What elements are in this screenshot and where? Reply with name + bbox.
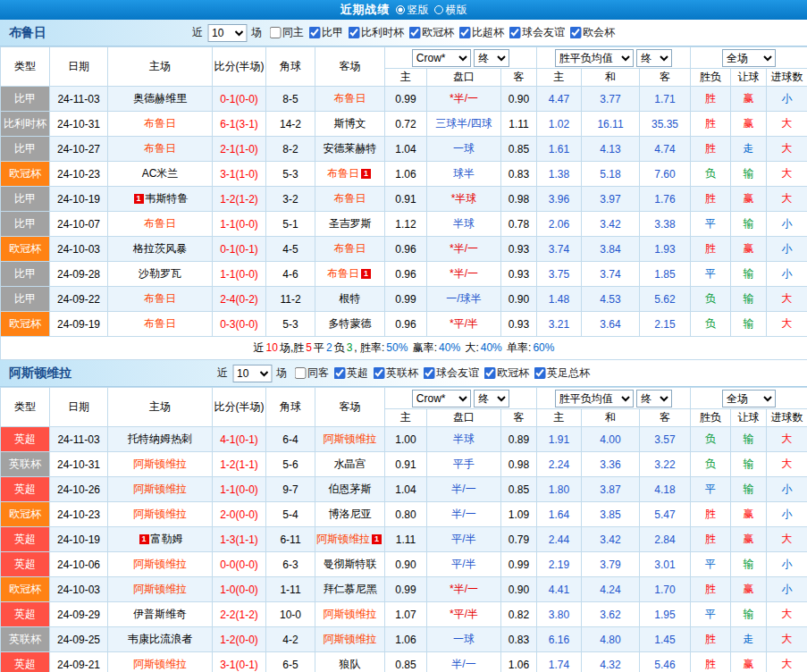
away-team-name[interactable]: 布鲁日 — [334, 92, 366, 105]
home-team-name[interactable]: 布鲁日 — [144, 142, 176, 155]
away-team-name[interactable]: 布鲁日 — [334, 192, 366, 205]
away-team-name[interactable]: 伯恩茅斯 — [329, 483, 372, 495]
final-euro-select[interactable]: 终 — [636, 390, 672, 407]
odds-provider-select[interactable]: Crow* — [412, 49, 471, 67]
league-filter-checkbox[interactable]: 球会友谊 — [509, 25, 565, 40]
away-team-name[interactable]: 布鲁日 — [334, 242, 366, 255]
asia-away-odds: 0.98 — [501, 452, 537, 477]
away-team-name[interactable]: 阿斯顿维拉 — [316, 533, 370, 545]
league-filter-checkbox[interactable]: 比超杯 — [458, 25, 504, 40]
checkbox-input[interactable] — [483, 367, 495, 379]
home-team-name[interactable]: 沙勒罗瓦 — [139, 267, 181, 280]
league-filter-checkbox[interactable]: 英超 — [333, 365, 368, 381]
red-card-badge: 1 — [372, 534, 382, 544]
away-team-name[interactable]: 多特蒙德 — [329, 317, 372, 330]
away-team-name[interactable]: 阿斯顿维拉 — [324, 608, 377, 620]
checkbox-input[interactable] — [509, 27, 520, 38]
home-team-name[interactable]: 伊普斯维奇 — [133, 608, 187, 620]
league-filter-checkbox[interactable]: 欧冠杯 — [408, 25, 454, 40]
checkbox-input[interactable] — [308, 27, 320, 38]
checkbox-input[interactable] — [294, 367, 306, 379]
away-team-name[interactable]: 安德莱赫特 — [324, 142, 377, 155]
league-filter-checkbox[interactable]: 欧会杯 — [569, 25, 615, 40]
layout-radio-vertical[interactable]: 竖版 — [396, 3, 429, 18]
result-wdl-cell: 胜 — [691, 652, 731, 672]
away-team-name[interactable]: 阿斯顿维拉 — [324, 433, 377, 445]
home-team-name[interactable]: 托特纳姆热刺 — [128, 433, 192, 445]
home-team-name[interactable]: 阿斯顿维拉 — [133, 508, 187, 520]
home-team-name[interactable]: AC米兰 — [142, 167, 179, 180]
home-team-name[interactable]: 阿斯顿维拉 — [133, 583, 187, 595]
final-odds-select[interactable]: 终 — [474, 49, 509, 67]
league-filter-checkbox[interactable]: 同客 — [294, 365, 329, 381]
away-team-name[interactable]: 拜仁慕尼黑 — [324, 583, 377, 595]
home-team-name[interactable]: 布鲁日 — [144, 292, 176, 305]
league-type-cell: 比利时杯 — [1, 112, 50, 137]
home-team-name[interactable]: 阿斯顿维拉 — [133, 558, 187, 570]
asia-home-odds: 0.91 — [385, 452, 427, 477]
league-filter-checkbox[interactable]: 同主 — [269, 25, 304, 40]
league-filter-checkbox[interactable]: 比甲 — [308, 25, 343, 40]
away-team-name[interactable]: 水晶宫 — [334, 458, 366, 470]
home-team-name[interactable]: 布鲁日 — [144, 117, 176, 130]
col-header-wdl: 胜负 — [691, 409, 731, 427]
recent-count-select[interactable]: 10 — [232, 365, 272, 382]
euro-mean-select[interactable]: 胜平负均值 — [555, 49, 634, 67]
match-row: 英超 24-10-19 1富勒姆 1-3(1-1) 6-11 阿斯顿维拉1 1.… — [1, 527, 807, 552]
fullmatch-select[interactable]: 全场 — [722, 390, 776, 407]
corner-cell: 3-2 — [266, 187, 315, 212]
home-team-name[interactable]: 韦康比流浪者 — [128, 633, 192, 645]
checkbox-input[interactable] — [348, 27, 359, 38]
checkbox-input[interactable] — [373, 367, 384, 379]
away-team-name[interactable]: 斯博文 — [334, 117, 366, 130]
away-team-name[interactable]: 布鲁日 — [327, 167, 359, 180]
league-filter-checkbox[interactable]: 欧冠杯 — [483, 365, 529, 381]
summary-segment: 50% — [386, 341, 408, 354]
checkbox-input[interactable] — [333, 367, 345, 379]
score-cell: 1-1(0-0) — [213, 212, 266, 237]
odds-provider-select[interactable]: Crow* — [412, 390, 471, 407]
league-filter-checkbox[interactable]: 英联杯 — [373, 365, 418, 381]
away-team-name[interactable]: 阿斯顿维拉 — [324, 633, 377, 645]
summary-segment: 单率: — [504, 341, 532, 354]
final-euro-select[interactable]: 终 — [636, 49, 672, 67]
league-filter-checkbox[interactable]: 英足总杯 — [534, 365, 590, 381]
home-team-name[interactable]: 阿斯顿维拉 — [133, 483, 187, 495]
result-goals-cell: 小 — [767, 552, 807, 577]
away-team-name[interactable]: 圣吉罗斯 — [329, 217, 372, 230]
asia-away-odds: 0.90 — [501, 87, 537, 112]
checkbox-input[interactable] — [423, 367, 434, 379]
home-team-name[interactable]: 阿斯顿维拉 — [133, 458, 187, 470]
euro-away-odds: 3.01 — [640, 552, 691, 577]
home-team-name[interactable]: 富勒姆 — [151, 533, 183, 545]
summary-segment: 40% — [439, 341, 460, 354]
league-filter-checkbox[interactable]: 球会友谊 — [423, 365, 479, 381]
checkbox-input[interactable] — [408, 27, 420, 38]
checkbox-input[interactable] — [458, 27, 470, 38]
home-team-name[interactable]: 奥德赫维里 — [133, 92, 187, 105]
match-row: 英联杯 24-09-25 韦康比流浪者 1-2(0-0) 4-2 阿斯顿维拉 1… — [1, 627, 807, 652]
recent-count-select[interactable]: 10 — [207, 24, 247, 42]
corner-cell: 6-4 — [266, 427, 315, 452]
fullmatch-select[interactable]: 全场 — [722, 49, 776, 67]
home-team-name[interactable]: 阿斯顿维拉 — [133, 658, 187, 670]
result-handicap-cell: 赢 — [731, 652, 767, 672]
checkbox-input[interactable] — [569, 27, 581, 38]
home-team-name[interactable]: 韦斯特鲁 — [146, 192, 189, 205]
euro-away-odds: 2.15 — [640, 312, 691, 337]
handicap-cell: *平/半 — [427, 602, 501, 627]
final-odds-select[interactable]: 终 — [474, 390, 509, 407]
away-team-name[interactable]: 布鲁日 — [327, 267, 359, 280]
away-team-name[interactable]: 狼队 — [340, 658, 361, 670]
home-team-name[interactable]: 格拉茨风暴 — [133, 242, 187, 255]
home-team-name[interactable]: 布鲁日 — [144, 217, 176, 230]
away-team-name[interactable]: 博洛尼亚 — [329, 508, 372, 520]
home-team-name[interactable]: 布鲁日 — [144, 317, 176, 330]
euro-mean-select[interactable]: 胜平负均值 — [555, 390, 634, 407]
away-team-name[interactable]: 根特 — [340, 292, 361, 305]
layout-radio-horizontal[interactable]: 横版 — [434, 3, 467, 18]
away-team-name[interactable]: 曼彻斯特联 — [324, 558, 377, 570]
checkbox-input[interactable] — [534, 367, 545, 379]
league-filter-checkbox[interactable]: 比利时杯 — [348, 25, 404, 40]
checkbox-input[interactable] — [269, 27, 281, 38]
